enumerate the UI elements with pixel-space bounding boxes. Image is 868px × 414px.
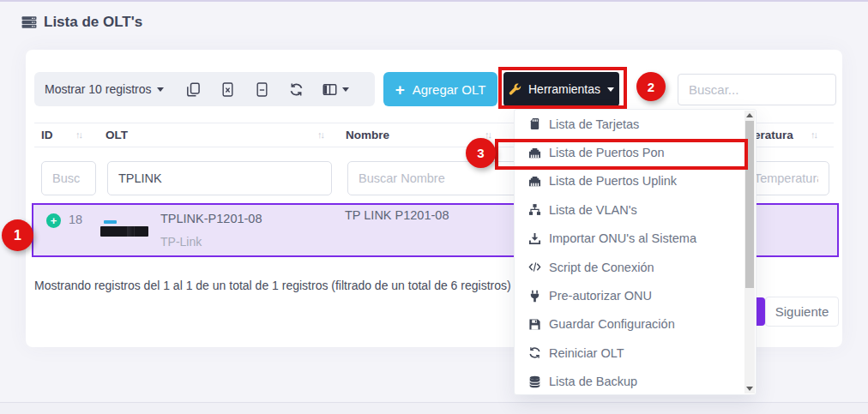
cell-olt-brand: TP-Link [160, 235, 202, 249]
menu-item-label: Importar ONU's al Sistema [549, 231, 696, 245]
filter-olt-input[interactable] [107, 161, 332, 195]
device-chassis [100, 226, 148, 237]
sort-icon[interactable]: ↑↓ [317, 129, 323, 140]
sort-icon[interactable]: ↑↓ [811, 129, 817, 140]
menu-item-script-de-conexion[interactable]: Script de Conexión [515, 253, 756, 281]
wrench-icon [509, 83, 521, 96]
excel-export-button[interactable] [210, 74, 244, 105]
chevron-down-icon [157, 87, 164, 92]
sd-card-icon [528, 117, 541, 130]
refresh-icon [289, 82, 304, 97]
show-entries-label: Mostrar 10 registros [45, 82, 151, 96]
add-olt-button[interactable]: + Agregar OLT [383, 72, 497, 106]
network-icon [528, 203, 541, 216]
copy-button[interactable] [176, 74, 210, 105]
ethernet-icon [528, 147, 541, 159]
plug-icon [528, 290, 541, 303]
table-info-text: Mostrando registros del 1 al 1 de un tot… [34, 279, 511, 292]
table-toolbar: Mostrar 10 registros [34, 72, 375, 106]
menu-item-label: Script de Conexión [549, 261, 654, 274]
chevron-down-icon [342, 87, 349, 92]
column-header-id[interactable]: ID [41, 129, 53, 141]
database-icon [528, 375, 541, 388]
chevron-down-icon [607, 87, 614, 92]
menu-item-lista-de-tarjetas[interactable]: Lista de Tarjetas [515, 110, 756, 138]
olt-device-image [100, 217, 150, 246]
search-input[interactable] [678, 74, 836, 105]
olt-list-page: Lista de OLT's Mostrar 10 registros + [0, 0, 868, 414]
menu-item-label: Lista de VLAN's [549, 203, 637, 217]
server-icon [21, 15, 37, 30]
menu-item-lista-de-vlans[interactable]: Lista de VLAN's [515, 195, 756, 224]
tools-dropdown-button[interactable]: Herramientas [503, 72, 619, 106]
export-buttons [176, 74, 358, 105]
scroll-up-arrow-icon[interactable] [744, 111, 755, 120]
menu-item-label: Lista de Puertos Pon [549, 146, 665, 159]
menu-item-importar-onus[interactable]: Importar ONU's al Sistema [515, 225, 756, 253]
column-header-nombre[interactable]: Nombre [346, 129, 389, 141]
menu-item-lista-de-puertos-pon[interactable]: Lista de Puertos Pon [515, 138, 756, 166]
page-footer-strip [0, 402, 868, 414]
code-icon [528, 261, 541, 273]
copy-icon [186, 82, 201, 97]
cell-nombre: TP LINK P1201-08 [345, 208, 449, 222]
file-icon [255, 82, 269, 97]
menu-item-label: Guardar Configuración [549, 317, 675, 331]
dropdown-scrollbar[interactable] [744, 111, 755, 393]
tplink-logo [104, 220, 117, 224]
column-header-olt[interactable]: OLT [105, 129, 128, 141]
scroll-down-arrow-icon[interactable] [744, 384, 755, 393]
menu-item-lista-de-puertos-uplink[interactable]: Lista de Puertos Uplink [515, 167, 756, 195]
menu-item-guardar-configuracion[interactable]: Guardar Configuración [515, 310, 756, 339]
pagination-next-button[interactable]: Siguiente [765, 297, 839, 327]
cell-olt-name: TPLINK-P1201-08 [160, 212, 262, 225]
save-icon [528, 318, 541, 331]
page-title-text: Lista de OLT's [44, 14, 142, 31]
page-top-border [0, 0, 868, 2]
menu-item-label: Lista de Puertos Uplink [549, 174, 677, 188]
scrollbar-thumb[interactable] [745, 121, 754, 288]
tools-label: Herramientas [528, 82, 600, 96]
expand-row-button[interactable]: + [46, 213, 61, 228]
page-title: Lista de OLT's [21, 14, 142, 31]
column-visibility-button[interactable] [313, 74, 358, 105]
download-icon [528, 232, 541, 245]
sort-icon[interactable]: ↑↓ [75, 129, 81, 140]
menu-item-label: Lista de Tarjetas [549, 117, 639, 131]
columns-icon [322, 82, 337, 97]
menu-item-label: Pre-autorizar ONU [549, 289, 652, 303]
add-olt-label: Agregar OLT [413, 82, 486, 97]
ethernet-icon [528, 175, 541, 188]
menu-item-reiniciar-olt[interactable]: Reiniciar OLT [515, 339, 756, 367]
menu-item-label: Lista de Backup [549, 375, 637, 388]
filter-id-input[interactable] [41, 161, 96, 195]
sort-icon[interactable]: ↑↓ [485, 129, 491, 140]
tools-dropdown-menu: Lista de Tarjetas Lista de Puertos Pon L… [514, 109, 756, 395]
refresh-icon [528, 346, 541, 359]
cell-id: 18 [69, 213, 82, 226]
reload-table-button[interactable] [279, 74, 313, 105]
file-export-button[interactable] [244, 74, 279, 105]
plus-icon: + [395, 81, 405, 98]
menu-item-pre-autorizar-onu[interactable]: Pre-autorizar ONU [515, 281, 756, 309]
menu-item-label: Reiniciar OLT [549, 346, 624, 360]
menu-item-lista-de-backup[interactable]: Lista de Backup [515, 368, 756, 396]
show-entries-dropdown[interactable]: Mostrar 10 registros [45, 82, 164, 96]
excel-icon [220, 82, 235, 97]
